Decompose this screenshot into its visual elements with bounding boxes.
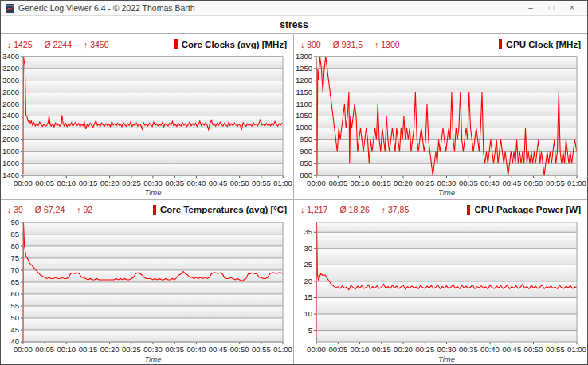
title-bar: Generic Log Viewer 6.4 - © 2022 Thomas B… xyxy=(1,1,587,16)
svg-text:Time: Time xyxy=(145,354,162,363)
svg-text:00:00: 00:00 xyxy=(14,344,33,353)
svg-text:00:55: 00:55 xyxy=(546,179,565,187)
svg-text:00:05: 00:05 xyxy=(35,344,54,353)
svg-text:00:35: 00:35 xyxy=(459,179,478,187)
max-stat: ↑ 3450 xyxy=(84,40,109,49)
svg-text:00:20: 00:20 xyxy=(394,179,413,187)
core-temps-legend: Core Temperatures (avg) [°C] xyxy=(153,205,287,215)
svg-text:00:45: 00:45 xyxy=(502,344,521,353)
svg-text:35: 35 xyxy=(304,227,312,236)
svg-text:2000: 2000 xyxy=(2,135,19,143)
svg-text:15: 15 xyxy=(304,292,312,301)
svg-text:2800: 2800 xyxy=(2,88,19,96)
window-title: Generic Log Viewer 6.4 - © 2022 Thomas B… xyxy=(18,3,520,13)
gpu-clock-stats: ↓ 800 Ø 931,5 ↑ 1300 xyxy=(300,40,400,49)
svg-text:00:25: 00:25 xyxy=(415,179,434,187)
svg-text:00:40: 00:40 xyxy=(480,344,500,353)
svg-text:00:25: 00:25 xyxy=(122,344,141,353)
svg-text:00:05: 00:05 xyxy=(328,344,347,353)
svg-text:01:00: 01:00 xyxy=(273,344,292,353)
svg-text:1100: 1100 xyxy=(296,100,312,108)
cpu-power-legend: CPU Package Power [W] xyxy=(467,205,581,215)
svg-text:5: 5 xyxy=(308,325,312,334)
core-temps-panel: ↓ 39 Ø 67,24 ↑ 92 Core Temperatures (avg… xyxy=(1,200,294,365)
gpu-clock-panel: ↓ 800 Ø 931,5 ↑ 1300 GPU Clock [MHz] 800… xyxy=(294,34,587,200)
svg-text:2400: 2400 xyxy=(2,112,19,120)
svg-text:1300: 1300 xyxy=(296,53,312,61)
svg-text:50: 50 xyxy=(10,313,19,322)
svg-text:70: 70 xyxy=(10,265,19,273)
svg-text:00:00: 00:00 xyxy=(307,179,326,187)
svg-text:Time: Time xyxy=(438,189,455,197)
svg-text:00:35: 00:35 xyxy=(165,179,184,187)
svg-text:1000: 1000 xyxy=(296,124,312,132)
svg-text:3400: 3400 xyxy=(2,53,19,61)
avg-stat: Ø 931,5 xyxy=(333,40,363,49)
cpu-power-stats: ↓ 1,217 Ø 18,26 ↑ 37,85 xyxy=(300,205,409,214)
svg-text:800: 800 xyxy=(300,171,312,179)
svg-text:01:00: 01:00 xyxy=(273,179,292,187)
svg-text:00:10: 00:10 xyxy=(351,179,370,187)
svg-text:1800: 1800 xyxy=(2,147,19,155)
gpu-clock-chart[interactable]: 8008509009501000105011001150120012501300… xyxy=(294,53,587,199)
svg-text:00:40: 00:40 xyxy=(187,344,206,353)
svg-text:25: 25 xyxy=(304,260,312,269)
max-stat: ↑ 92 xyxy=(76,205,92,214)
cpu-power-chart[interactable]: 510152025303500:0000:0500:1000:1500:2000… xyxy=(294,218,587,365)
core-temps-stats: ↓ 39 Ø 67,24 ↑ 92 xyxy=(7,205,92,214)
chart-title: Core Clocks (avg) [MHz] xyxy=(182,40,287,49)
cpu-power-panel: ↓ 1,217 Ø 18,26 ↑ 37,85 CPU Package Powe… xyxy=(294,200,587,365)
gpu-clock-header: ↓ 800 Ø 931,5 ↑ 1300 GPU Clock [MHz] xyxy=(294,34,587,53)
minimize-button[interactable]: – xyxy=(520,1,541,15)
app-icon xyxy=(6,4,14,13)
svg-text:80: 80 xyxy=(10,241,19,249)
svg-text:850: 850 xyxy=(300,159,312,167)
svg-text:00:40: 00:40 xyxy=(480,179,500,187)
svg-text:00:10: 00:10 xyxy=(57,344,76,353)
svg-text:30: 30 xyxy=(304,243,312,252)
svg-text:2600: 2600 xyxy=(2,100,19,108)
svg-text:00:20: 00:20 xyxy=(100,344,120,353)
svg-text:10: 10 xyxy=(304,309,312,318)
max-stat: ↑ 1300 xyxy=(374,40,400,49)
svg-text:55: 55 xyxy=(10,301,19,310)
min-stat: ↓ 800 xyxy=(300,40,321,49)
svg-text:00:45: 00:45 xyxy=(502,179,521,187)
core-temps-chart[interactable]: 404550556065707580859000:0000:0500:1000:… xyxy=(1,218,293,365)
svg-text:60: 60 xyxy=(10,289,19,298)
window-controls: – □ × xyxy=(520,1,582,15)
svg-text:00:55: 00:55 xyxy=(252,344,271,353)
svg-text:00:05: 00:05 xyxy=(35,179,54,187)
legend-bar-icon xyxy=(153,205,156,215)
core-clocks-header: ↓ 1425 Ø 2244 ↑ 3450 Core Clocks (avg) [… xyxy=(1,34,293,53)
svg-text:1050: 1050 xyxy=(296,112,312,120)
app-window: Generic Log Viewer 6.4 - © 2022 Thomas B… xyxy=(0,0,588,365)
svg-text:1600: 1600 xyxy=(2,159,19,167)
avg-stat: Ø 67,24 xyxy=(35,205,65,214)
svg-text:01:00: 01:00 xyxy=(567,344,586,353)
core-clocks-chart[interactable]: 1400160018002000220024002600280030003200… xyxy=(1,53,293,199)
svg-text:75: 75 xyxy=(10,253,19,261)
max-stat: ↑ 37,85 xyxy=(382,205,409,214)
svg-text:00:15: 00:15 xyxy=(372,179,391,187)
svg-text:00:50: 00:50 xyxy=(230,179,249,187)
chart-title: GPU Clock [MHz] xyxy=(506,40,581,49)
min-stat: ↓ 1425 xyxy=(7,40,33,49)
core-temps-header: ↓ 39 Ø 67,24 ↑ 92 Core Temperatures (avg… xyxy=(1,200,293,218)
min-stat: ↓ 1,217 xyxy=(300,205,327,214)
svg-text:1200: 1200 xyxy=(296,77,312,84)
svg-text:00:45: 00:45 xyxy=(209,344,228,353)
maximize-button[interactable]: □ xyxy=(541,1,562,15)
svg-text:90: 90 xyxy=(10,218,19,226)
svg-text:1400: 1400 xyxy=(2,171,19,179)
core-clocks-legend: Core Clocks (avg) [MHz] xyxy=(174,39,287,49)
session-title: stress xyxy=(280,19,308,30)
close-button[interactable]: × xyxy=(562,1,582,15)
svg-text:00:15: 00:15 xyxy=(79,344,98,353)
svg-text:2200: 2200 xyxy=(2,124,19,131)
svg-text:00:40: 00:40 xyxy=(186,179,206,187)
chart-title: CPU Package Power [W] xyxy=(474,205,581,214)
svg-text:01:00: 01:00 xyxy=(567,179,586,187)
svg-text:00:30: 00:30 xyxy=(143,179,163,187)
svg-text:00:30: 00:30 xyxy=(143,344,163,353)
